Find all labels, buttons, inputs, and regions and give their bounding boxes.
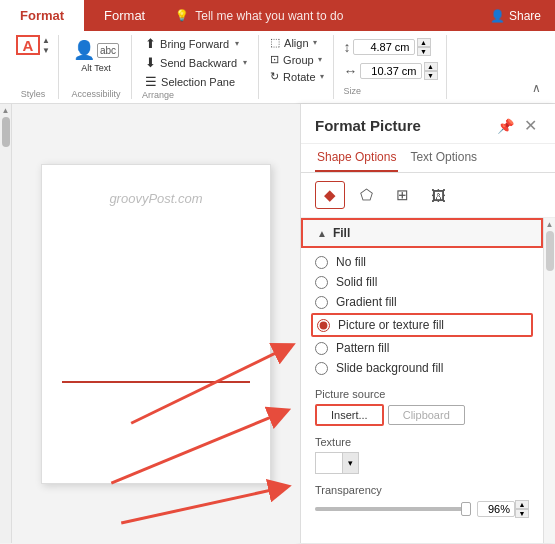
- pattern-fill-radio[interactable]: [315, 342, 328, 355]
- scroll-thumb[interactable]: [2, 117, 10, 147]
- transparency-pct-input[interactable]: [477, 501, 515, 517]
- gradient-fill-radio[interactable]: [315, 296, 328, 309]
- panel-body: ▲ Fill No fill Solid fill Gra: [301, 218, 555, 543]
- fill-icon-btn[interactable]: ◆: [315, 181, 345, 209]
- ribbon-bar: A ▲ ▼ Styles 👤 abc Alt Text Accessibilit…: [0, 31, 555, 104]
- picture-icon-btn[interactable]: 🖼: [423, 181, 453, 209]
- transparency-section: Transparency ▲ ▼: [315, 484, 529, 518]
- rotate-icon: ↻: [270, 70, 279, 83]
- width-down-btn[interactable]: ▼: [424, 71, 438, 80]
- width-up-btn[interactable]: ▲: [424, 62, 438, 71]
- main-area: ▲ groovyPost.com Format Pic: [0, 104, 555, 543]
- align-group: ⬚ Align ▾ ⊡ Group ▾ ↻ Rotate ▾: [261, 35, 333, 99]
- picture-source-section: Picture source Insert... Clipboard: [315, 388, 529, 426]
- no-fill-item: No fill: [315, 252, 529, 272]
- group-dropdown-icon[interactable]: ▾: [318, 55, 322, 64]
- transparency-slider-thumb[interactable]: [461, 502, 471, 516]
- effects-icon-btn[interactable]: ⬠: [351, 181, 381, 209]
- scroll-up-btn[interactable]: ▲: [2, 106, 10, 115]
- clipboard-button[interactable]: Clipboard: [388, 405, 465, 425]
- picture-fill-label[interactable]: Picture or texture fill: [338, 318, 444, 332]
- panel-close-btn[interactable]: ✕: [520, 114, 541, 137]
- pattern-fill-label[interactable]: Pattern fill: [336, 341, 389, 355]
- styles-group: A ▲ ▼ Styles: [8, 35, 59, 99]
- panel-scroll-up[interactable]: ▲: [546, 220, 554, 229]
- panel-tabs: Shape Options Text Options: [301, 144, 555, 173]
- red-line: [62, 381, 250, 383]
- texture-row: ▾: [315, 452, 529, 474]
- insert-button[interactable]: Insert...: [315, 404, 384, 426]
- send-backward-icon: ⬇: [145, 55, 156, 70]
- style-down-btn[interactable]: ▼: [42, 46, 50, 55]
- person-alt-icon: 👤: [73, 39, 95, 61]
- width-input[interactable]: [360, 63, 422, 79]
- share-button[interactable]: 👤 Share: [476, 0, 555, 31]
- align-dropdown-icon[interactable]: ▾: [313, 38, 317, 47]
- tab-format-1[interactable]: Format: [0, 0, 84, 31]
- rotate-btn[interactable]: ↻ Rotate ▾: [267, 69, 326, 84]
- fill-arrow-icon: ▲: [317, 228, 327, 239]
- align-btn[interactable]: ⬚ Align ▾: [267, 35, 326, 50]
- panel-scrollbar[interactable]: ▲: [543, 218, 555, 543]
- panel-content: ▲ Fill No fill Solid fill Gra: [301, 218, 543, 543]
- send-backward-btn[interactable]: ⬇ Send Backward ▾: [142, 54, 250, 71]
- pct-up-btn[interactable]: ▲: [515, 500, 529, 509]
- texture-label: Texture: [315, 436, 529, 448]
- sb-dropdown-icon[interactable]: ▾: [243, 58, 247, 67]
- arrange-group: ⬆ Bring Forward ▾ ⬇ Send Backward ▾ ☰ Se…: [134, 35, 259, 99]
- rotate-dropdown-icon[interactable]: ▾: [320, 72, 324, 81]
- source-buttons-row: Insert... Clipboard: [315, 404, 529, 426]
- solid-fill-label[interactable]: Solid fill: [336, 275, 377, 289]
- alt-text-btn[interactable]: 👤 abc Alt Text: [69, 35, 123, 77]
- accessibility-group: 👤 abc Alt Text Accessibility: [61, 35, 132, 99]
- watermark-text: groovyPost.com: [109, 191, 202, 206]
- transparency-label: Transparency: [315, 484, 529, 496]
- pct-down-btn[interactable]: ▼: [515, 509, 529, 518]
- layout-icon-btn[interactable]: ⊞: [387, 181, 417, 209]
- transparency-slider-track[interactable]: [315, 507, 471, 511]
- bring-forward-icon: ⬆: [145, 36, 156, 51]
- solid-fill-item: Solid fill: [315, 272, 529, 292]
- panel-pin-btn[interactable]: 📌: [495, 116, 516, 136]
- height-up-btn[interactable]: ▲: [417, 38, 431, 47]
- style-a-orange[interactable]: A: [16, 35, 40, 55]
- group-icon: ⊡: [270, 53, 279, 66]
- texture-dropdown-btn[interactable]: ▾: [343, 452, 359, 474]
- gradient-fill-item: Gradient fill: [315, 292, 529, 312]
- slide-bg-fill-label[interactable]: Slide background fill: [336, 361, 443, 375]
- ribbon-collapse-btn[interactable]: ∧: [526, 77, 547, 99]
- slide-canvas: groovyPost.com: [41, 164, 271, 484]
- picture-fill-radio[interactable]: [317, 319, 330, 332]
- bring-forward-btn[interactable]: ⬆ Bring Forward ▾: [142, 35, 250, 52]
- selection-pane-btn[interactable]: ☰ Selection Pane: [142, 73, 250, 90]
- person-icon: 👤: [490, 9, 505, 23]
- tell-me-box[interactable]: 💡 Tell me what you want to do: [165, 0, 476, 31]
- panel-scroll-thumb[interactable]: [546, 231, 554, 271]
- no-fill-label[interactable]: No fill: [336, 255, 366, 269]
- style-up-btn[interactable]: ▲: [42, 36, 50, 45]
- selection-pane-icon: ☰: [145, 74, 157, 89]
- width-icon: ↔: [344, 63, 358, 79]
- slide-bg-fill-item: Slide background fill: [315, 358, 529, 378]
- tab-text-options[interactable]: Text Options: [408, 144, 479, 172]
- abc-icon: abc: [97, 43, 119, 58]
- size-label: Size: [344, 86, 438, 96]
- slide-bg-fill-radio[interactable]: [315, 362, 328, 375]
- gradient-fill-label[interactable]: Gradient fill: [336, 295, 397, 309]
- panel-title: Format Picture: [315, 117, 421, 134]
- texture-section: Texture ▾: [315, 436, 529, 474]
- no-fill-radio[interactable]: [315, 256, 328, 269]
- transparency-pct-input-wrap: ▲ ▼: [477, 500, 529, 518]
- height-down-btn[interactable]: ▼: [417, 47, 431, 56]
- transparency-row: ▲ ▼: [315, 500, 529, 518]
- tell-me-text: Tell me what you want to do: [195, 9, 343, 23]
- height-input[interactable]: [353, 39, 415, 55]
- fill-section-header[interactable]: ▲ Fill: [301, 218, 543, 248]
- tab-format-2[interactable]: Format: [84, 0, 165, 31]
- group-btn[interactable]: ⊡ Group ▾: [267, 52, 326, 67]
- vertical-scrollbar[interactable]: ▲: [0, 104, 12, 543]
- solid-fill-radio[interactable]: [315, 276, 328, 289]
- tab-shape-options[interactable]: Shape Options: [315, 144, 398, 172]
- align-icon: ⬚: [270, 36, 280, 49]
- bf-dropdown-icon[interactable]: ▾: [235, 39, 239, 48]
